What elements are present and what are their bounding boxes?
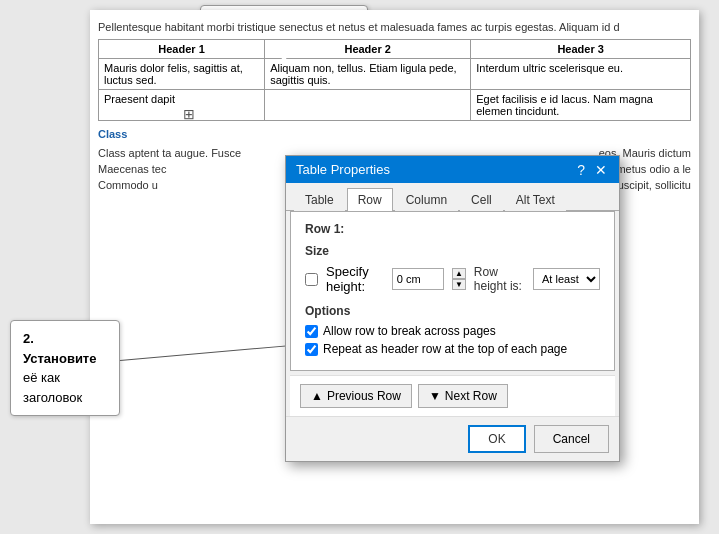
ok-button[interactable]: OK xyxy=(468,425,525,453)
dialog-close-button[interactable]: ✕ xyxy=(593,163,609,177)
table-header-3: Header 3 xyxy=(471,40,691,59)
cancel-button[interactable]: Cancel xyxy=(534,425,609,453)
option2-label: Repeat as header row at the top of each … xyxy=(323,342,567,356)
row-label: Row 1: xyxy=(305,222,600,236)
size-row: Specify height: ▲ ▼ Row height is: At le… xyxy=(305,264,600,294)
dialog-body: Row 1: Size Specify height: ▲ ▼ Row heig… xyxy=(290,211,615,371)
dialog-titlebar: Table Properties ? ✕ xyxy=(286,156,619,183)
option1-checkbox[interactable] xyxy=(305,325,318,338)
table-properties-dialog: Table Properties ? ✕ Table Row Column Ce… xyxy=(285,155,620,462)
table-cell-2-3: Eget facilisis e id lacus. Nam magna ele… xyxy=(471,90,691,121)
size-section-label: Size xyxy=(305,244,600,258)
prev-row-label: Previous Row xyxy=(327,389,401,403)
height-input[interactable] xyxy=(392,268,444,290)
prev-row-icon: ▲ xyxy=(311,389,323,403)
praesent-text: Praesent dapit xyxy=(104,93,175,105)
tab-table[interactable]: Table xyxy=(294,188,345,211)
option2-checkbox[interactable] xyxy=(305,343,318,356)
document-area: 1. Выделите верхнююстроку Pellentesque h… xyxy=(0,0,719,534)
dialog-footer: OK Cancel xyxy=(286,416,619,461)
class-label: Class xyxy=(98,127,691,142)
row-height-is-label: Row height is: xyxy=(474,265,525,293)
options-section: Options Allow row to break across pages … xyxy=(305,304,600,356)
callout-2-bold: 2. Установите xyxy=(23,331,96,366)
option2-row: Repeat as header row at the top of each … xyxy=(305,342,600,356)
callout-2-rest: её как заголовок xyxy=(23,370,82,405)
next-row-icon: ▼ xyxy=(429,389,441,403)
table-cell-1-2: Aliquam non, tellus. Etiam ligula pede, … xyxy=(265,59,471,90)
option1-label: Allow row to break across pages xyxy=(323,324,496,338)
nav-buttons-row: ▲ Previous Row ▼ Next Row xyxy=(290,375,615,416)
dialog-title: Table Properties xyxy=(296,162,390,177)
options-section-label: Options xyxy=(305,304,600,318)
callout-2: 2. Установите её как заголовок xyxy=(10,320,120,416)
spinner-down[interactable]: ▼ xyxy=(452,279,466,290)
table-cell-1-1: Mauris dolor felis, sagittis at, luctus … xyxy=(99,59,265,90)
table-cell-2-1: Praesent dapit xyxy=(99,90,265,121)
specify-height-label: Specify height: xyxy=(326,264,384,294)
row-height-select[interactable]: At least Exactly xyxy=(533,268,600,290)
height-spinner: ▲ ▼ xyxy=(452,268,466,290)
specify-height-checkbox[interactable] xyxy=(305,273,318,286)
tab-column[interactable]: Column xyxy=(395,188,458,211)
next-row-label: Next Row xyxy=(445,389,497,403)
table-header-2: Header 2 xyxy=(265,40,471,59)
paragraph-1: Pellentesque habitant morbi tristique se… xyxy=(98,20,691,35)
tab-cell[interactable]: Cell xyxy=(460,188,503,211)
dialog-title-controls: ? ✕ xyxy=(575,163,609,177)
prev-row-button[interactable]: ▲ Previous Row xyxy=(300,384,412,408)
dialog-tabs: Table Row Column Cell Alt Text xyxy=(286,183,619,211)
expand-icon[interactable]: ⊞ xyxy=(183,106,195,122)
table-cell-1-3: Interdum ultric scelerisque eu. xyxy=(471,59,691,90)
next-row-button[interactable]: ▼ Next Row xyxy=(418,384,508,408)
table-cell-2-2 xyxy=(265,90,471,121)
table-header-1: Header 1 xyxy=(99,40,265,59)
tab-row[interactable]: Row xyxy=(347,188,393,211)
spinner-up[interactable]: ▲ xyxy=(452,268,466,279)
tab-alt-text[interactable]: Alt Text xyxy=(505,188,566,211)
dialog-help-button[interactable]: ? xyxy=(575,163,587,177)
option1-row: Allow row to break across pages xyxy=(305,324,600,338)
